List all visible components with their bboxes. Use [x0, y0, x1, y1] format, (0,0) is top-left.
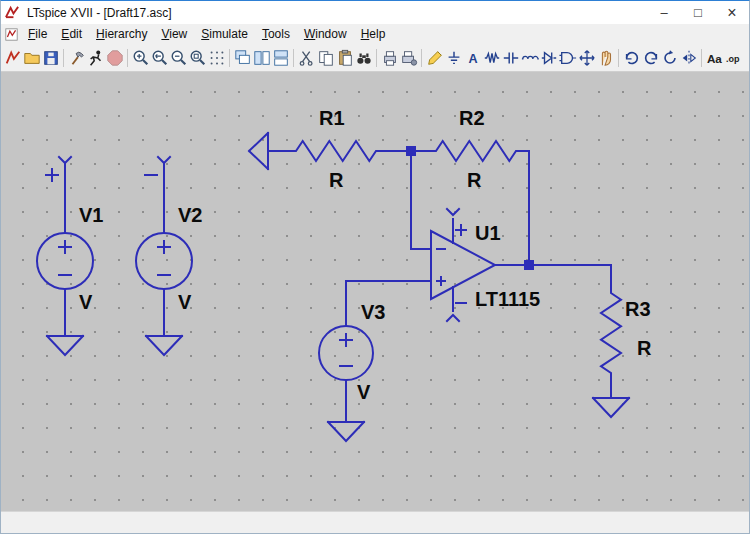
v1-value-label[interactable]: V	[79, 291, 93, 313]
u1-vplus-mark	[456, 225, 466, 235]
voltage-source-v2[interactable]: V2 V	[136, 157, 202, 336]
menu-hierarchy[interactable]: Hierarchy	[89, 24, 154, 44]
zoom-out-icon[interactable]	[169, 47, 188, 69]
tile-vertical-icon[interactable]	[252, 47, 271, 69]
v3-value-label[interactable]: V	[357, 381, 371, 403]
minimize-button[interactable]: –	[647, 1, 681, 24]
r1-value-label[interactable]: R	[329, 169, 344, 191]
input-ground-symbol[interactable]	[249, 133, 268, 169]
plus-marker-icon	[46, 169, 58, 181]
r2-value-label[interactable]: R	[467, 169, 482, 191]
ltspice-window: LTspice XVII - [Draft17.asc] – □ × FileE…	[0, 0, 750, 534]
undo-icon[interactable]	[622, 47, 641, 69]
v3-polarity-marks	[340, 334, 352, 366]
label-net-icon[interactable]: A	[463, 47, 482, 69]
place-ground-icon[interactable]	[444, 47, 463, 69]
zoom-back-icon[interactable]	[150, 47, 169, 69]
place-diode-icon[interactable]	[539, 47, 558, 69]
menu-tools[interactable]: Tools	[255, 24, 297, 44]
rotate-icon[interactable]	[660, 47, 679, 69]
toolbar-separator	[229, 49, 230, 67]
status-bar	[1, 511, 749, 533]
menu-window[interactable]: Window	[297, 24, 354, 44]
u1-value-label[interactable]: LT1115	[475, 288, 540, 310]
svg-text:.op: .op	[725, 53, 739, 63]
menu-view[interactable]: View	[154, 24, 194, 44]
toolbar-separator	[701, 49, 702, 67]
resistor-r1[interactable]: R1 R	[268, 107, 411, 191]
v1-ground-symbol[interactable]	[47, 336, 83, 355]
v2-ref-label[interactable]: V2	[178, 204, 202, 226]
v1-polarity-marks	[59, 241, 71, 275]
r1-body	[268, 141, 411, 161]
zoom-in-icon[interactable]	[131, 47, 150, 69]
u1-ref-label[interactable]: U1	[475, 222, 501, 244]
u1-noninverting-mark	[437, 277, 445, 285]
pin-marker-icon	[447, 315, 459, 321]
v2-ground-symbol[interactable]	[146, 336, 182, 355]
halt-icon[interactable]	[105, 47, 124, 69]
tile-horizontal-icon[interactable]	[271, 47, 290, 69]
resistor-r3[interactable]: R3 R	[601, 265, 652, 398]
r3-body	[601, 265, 621, 398]
spice-directive-icon[interactable]: .op	[724, 47, 743, 69]
v1-ref-label[interactable]: V1	[79, 204, 103, 226]
maximize-button[interactable]: □	[681, 1, 715, 24]
r3-value-label[interactable]: R	[637, 337, 652, 359]
run-icon[interactable]	[86, 47, 105, 69]
svg-text:A: A	[468, 51, 477, 65]
v3-ground-symbol[interactable]	[328, 422, 364, 441]
v2-value-label[interactable]: V	[178, 291, 192, 313]
inverting-input-wire[interactable]	[411, 151, 431, 249]
print-setup-icon[interactable]	[399, 47, 418, 69]
menu-help[interactable]: Help	[354, 24, 393, 44]
cascade-windows-icon[interactable]	[233, 47, 252, 69]
show-grid-icon[interactable]	[207, 47, 226, 69]
add-text-icon[interactable]: Aa	[705, 47, 724, 69]
toolbar: AAa.op	[1, 44, 749, 72]
pin-marker-icon	[447, 209, 459, 215]
move-icon[interactable]	[577, 47, 596, 69]
menu-file[interactable]: File	[21, 24, 54, 44]
menu-simulate[interactable]: Simulate	[194, 24, 255, 44]
menu-bar: FileEditHierarchyViewSimulateToolsWindow…	[1, 24, 749, 44]
pin-marker-icon	[59, 157, 71, 163]
junction-node	[406, 146, 416, 156]
cut-icon[interactable]	[297, 47, 316, 69]
voltage-source-v3[interactable]: V3 V	[319, 301, 385, 422]
draw-wire-icon[interactable]	[425, 47, 444, 69]
new-schematic-icon[interactable]	[3, 47, 22, 69]
toolbar-separator	[618, 49, 619, 67]
toolbar-separator	[127, 49, 128, 67]
document-icon[interactable]	[1, 28, 21, 41]
save-icon[interactable]	[41, 47, 60, 69]
r3-ref-label[interactable]: R3	[625, 298, 651, 320]
place-capacitor-icon[interactable]	[501, 47, 520, 69]
r1-ref-label[interactable]: R1	[319, 107, 345, 129]
menu-items: FileEditHierarchyViewSimulateToolsWindow…	[21, 24, 392, 44]
find-icon[interactable]	[354, 47, 373, 69]
open-icon[interactable]	[22, 47, 41, 69]
place-component-icon[interactable]	[558, 47, 577, 69]
drag-icon[interactable]	[596, 47, 615, 69]
schematic-canvas[interactable]: V1 V V2 V R1 R	[1, 72, 749, 511]
noninverting-input-wire[interactable]	[346, 281, 431, 326]
paste-icon[interactable]	[335, 47, 354, 69]
resistor-r2[interactable]: R2 R	[411, 107, 529, 191]
close-button[interactable]: ×	[715, 1, 749, 24]
control-panel-icon[interactable]	[67, 47, 86, 69]
r2-ref-label[interactable]: R2	[459, 107, 485, 129]
schematic-svg: V1 V V2 V R1 R	[1, 72, 750, 512]
v3-ref-label[interactable]: V3	[361, 301, 385, 323]
redo-icon[interactable]	[641, 47, 660, 69]
place-inductor-icon[interactable]	[520, 47, 539, 69]
junction-node	[524, 260, 534, 270]
mirror-icon[interactable]	[679, 47, 698, 69]
print-icon[interactable]	[380, 47, 399, 69]
copy-icon[interactable]	[316, 47, 335, 69]
zoom-full-icon[interactable]	[188, 47, 207, 69]
r3-ground-symbol[interactable]	[593, 398, 629, 417]
menu-edit[interactable]: Edit	[54, 24, 89, 44]
place-resistor-icon[interactable]	[482, 47, 501, 69]
voltage-source-v1[interactable]: V1 V	[37, 157, 103, 336]
